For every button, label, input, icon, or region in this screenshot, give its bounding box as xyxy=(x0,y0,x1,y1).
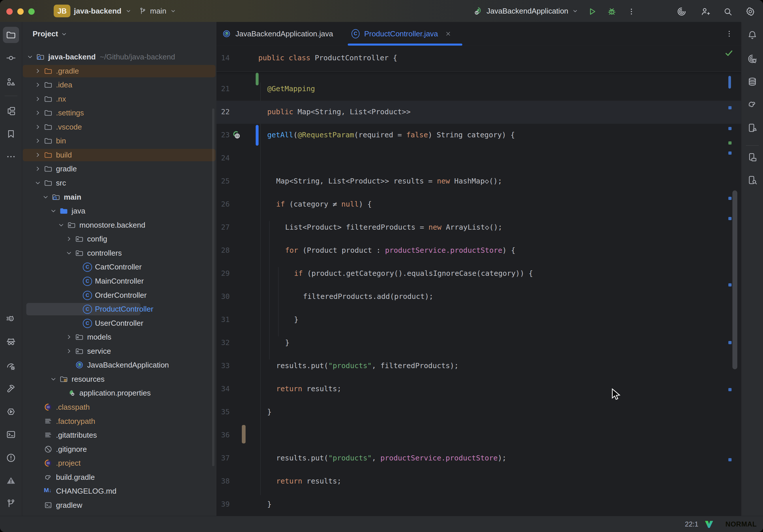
tool-device-manager[interactable] xyxy=(744,149,760,165)
tree-row-java-backend[interactable]: java-backend~/Github/java-backend xyxy=(22,50,216,64)
code-row-27[interactable]: 27 List<Product> filteredProducts = new … xyxy=(216,216,741,239)
tool-bookmarks[interactable] xyxy=(3,126,19,142)
tool-build-hammer[interactable] xyxy=(3,380,19,397)
tree-row-src[interactable]: src xyxy=(22,176,216,190)
tool-problems[interactable] xyxy=(3,450,19,466)
chevron-down-icon[interactable] xyxy=(65,249,73,257)
chevron-right-icon[interactable] xyxy=(65,235,73,243)
tree-row-.idea[interactable]: .idea xyxy=(22,78,216,92)
chevron-down-icon[interactable] xyxy=(50,207,57,215)
chevron-down-icon[interactable] xyxy=(34,179,42,187)
gutter-tan-marker[interactable] xyxy=(242,425,246,443)
chevron-right-icon[interactable] xyxy=(34,151,42,159)
tree-row-CHANGELOG.md[interactable]: M↓ CHANGELOG.md xyxy=(22,484,216,498)
tree-row-config[interactable]: config xyxy=(22,232,216,246)
tool-services-hexagon[interactable] xyxy=(3,404,19,420)
chevron-right-icon[interactable] xyxy=(34,81,42,89)
chevron-right-icon[interactable] xyxy=(34,137,42,145)
chevron-down-icon[interactable] xyxy=(26,53,34,60)
code-row-39[interactable]: 39 } xyxy=(216,493,741,516)
close-tab-icon[interactable] xyxy=(444,30,452,38)
debug-button[interactable] xyxy=(605,5,618,18)
tree-row-UserController[interactable]: C UserController xyxy=(22,316,216,330)
project-scrollbar[interactable] xyxy=(212,108,214,466)
tree-row-build[interactable]: build xyxy=(22,148,216,162)
tool-more-ellipsis[interactable] xyxy=(3,149,19,165)
tool-structure-shapes[interactable] xyxy=(3,74,19,90)
code-row-31[interactable]: 31 } xyxy=(216,308,741,332)
tree-row-service[interactable]: service xyxy=(22,344,216,358)
code-row-28[interactable]: 28 for (Product product : productService… xyxy=(216,239,741,262)
tree-row-models[interactable]: models xyxy=(22,330,216,344)
tree-row-.gitattributes[interactable]: .gitattributes xyxy=(22,428,216,442)
tree-row-.factorypath[interactable]: .factorypath xyxy=(22,414,216,428)
tool-commit[interactable] xyxy=(3,50,19,66)
ideavim-icon[interactable] xyxy=(704,519,714,529)
tool-warnings-triangle[interactable] xyxy=(3,473,19,489)
close-window-button[interactable] xyxy=(6,8,13,15)
code-row-32[interactable]: 32 } xyxy=(216,332,741,355)
code-row-24[interactable]: 24 xyxy=(216,147,741,170)
gutter-modified-marker[interactable] xyxy=(256,125,259,146)
code-row-29[interactable]: 29 if (product.getCategory().equalsIgnor… xyxy=(216,262,741,285)
tree-row-MainController[interactable]: C MainController xyxy=(22,274,216,288)
project-panel-header[interactable]: Project xyxy=(33,30,68,38)
tool-project-folder[interactable] xyxy=(3,27,19,43)
tree-row-build.gradle[interactable]: build.gradle xyxy=(22,470,216,484)
tree-row-OrderController[interactable]: C OrderController xyxy=(22,288,216,302)
code-row-26[interactable]: 26 if (category ≠ null) { xyxy=(216,193,741,216)
tool-notifications-bell[interactable] xyxy=(744,27,760,43)
tree-row-bin[interactable]: bin xyxy=(22,134,216,148)
tab-options-icon[interactable] xyxy=(725,30,733,38)
minimize-window-button[interactable] xyxy=(17,8,24,15)
more-actions-button[interactable] xyxy=(625,5,638,18)
tree-row-.settings[interactable]: .settings xyxy=(22,106,216,120)
settings-button[interactable] xyxy=(744,5,757,18)
tool-logcat-cat[interactable] xyxy=(3,312,19,328)
code-row-35[interactable]: 35 } xyxy=(216,401,741,424)
tree-row-.gitignore[interactable]: .gitignore xyxy=(22,442,216,457)
caret-position[interactable]: 22:1 xyxy=(675,520,698,528)
tool-version-control-branch[interactable] xyxy=(3,495,19,511)
code-row-33[interactable]: 33 results.put("products", filteredProdu… xyxy=(216,355,741,378)
editor-scrollbar[interactable] xyxy=(732,190,737,369)
chevron-down-icon[interactable] xyxy=(57,221,65,229)
tree-row-gradlew[interactable]: gradlew xyxy=(22,498,216,512)
code-row-30[interactable]: 30 filteredProducts.add(product); xyxy=(216,285,741,308)
tree-row-java[interactable]: java xyxy=(22,204,216,218)
inspections-ok-check-icon[interactable] xyxy=(724,49,733,58)
tree-row-CartController[interactable]: C CartController xyxy=(22,260,216,274)
tree-row-main[interactable]: main xyxy=(22,190,216,204)
chevron-down-icon[interactable] xyxy=(42,193,49,201)
chevron-right-icon[interactable] xyxy=(65,347,73,355)
tab-ProductController.java[interactable]: CProductController.java xyxy=(352,22,452,46)
run-button[interactable] xyxy=(586,5,599,18)
code-row-22[interactable]: 22 public Map<String, List<Product>> xyxy=(216,101,741,124)
tree-row-.classpath[interactable]: .classpath xyxy=(22,400,216,414)
tool-incognito[interactable] xyxy=(3,334,19,350)
tree-row-ProductController[interactable]: C ProductController xyxy=(22,302,216,316)
tree-row-application.properties[interactable]: application.properties xyxy=(22,386,216,400)
code-row-23[interactable]: 23 getAll(@RequestParam(required = false… xyxy=(216,124,741,147)
tree-row-gradle[interactable]: gradle xyxy=(22,162,216,176)
tool-ai-chat[interactable] xyxy=(744,51,760,67)
ai-assistant-button[interactable] xyxy=(675,5,688,18)
run-configuration-widget[interactable]: JavaBackendApplication xyxy=(473,0,579,22)
tool-gradle[interactable] xyxy=(744,96,760,112)
tool-profiler-gauge[interactable] xyxy=(3,358,19,374)
tree-row-gradlew.bat[interactable]: gradlew.bat xyxy=(22,512,216,516)
code-row-38[interactable]: 38 return results; xyxy=(216,470,741,493)
code-row-21[interactable]: 21 @GetMapping xyxy=(216,78,741,101)
gutter-added-marker[interactable] xyxy=(256,73,259,85)
tree-row-controllers[interactable]: controllers xyxy=(22,246,216,260)
endpoint-globe-icon[interactable] xyxy=(231,130,242,141)
search-everywhere-button[interactable] xyxy=(721,5,734,18)
chevron-down-icon[interactable] xyxy=(50,375,57,383)
tree-row-.vscode[interactable]: .vscode xyxy=(22,120,216,134)
tool-device-explorer-search[interactable] xyxy=(744,172,760,188)
chevron-right-icon[interactable] xyxy=(34,109,42,117)
code-row-37[interactable]: 37 results.put("products", productServic… xyxy=(216,447,741,470)
branch-widget[interactable]: main xyxy=(139,0,176,22)
chevron-right-icon[interactable] xyxy=(34,95,42,103)
tool-database[interactable] xyxy=(744,73,760,90)
